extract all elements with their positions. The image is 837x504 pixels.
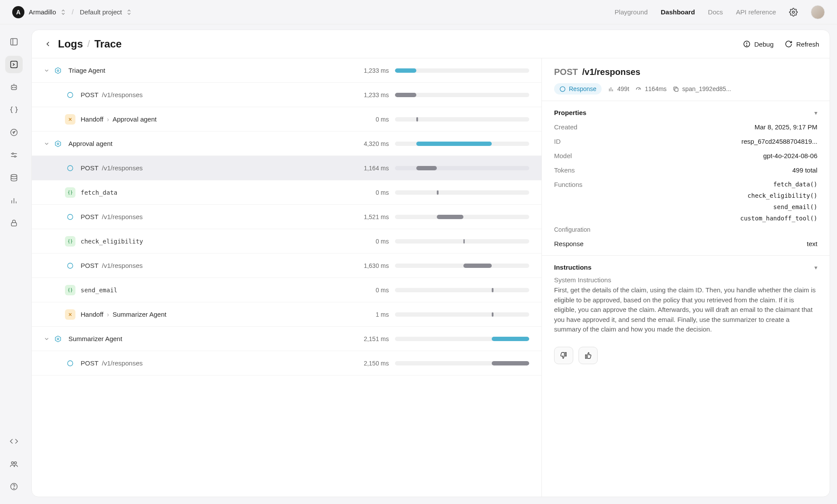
span-row[interactable]: POST/v1/responses1,233 ms bbox=[32, 83, 541, 107]
nav-api-reference[interactable]: API reference bbox=[736, 8, 776, 16]
timeline-bar bbox=[395, 117, 529, 122]
sidebar-item-team[interactable] bbox=[5, 455, 23, 473]
project-name: Default project bbox=[80, 8, 122, 16]
sidebar-item-storage[interactable] bbox=[5, 169, 23, 186]
span-label: Approval agent bbox=[68, 140, 354, 147]
span-row[interactable]: Summarizer Agent2,151 ms bbox=[32, 327, 541, 351]
svg-point-31 bbox=[68, 166, 73, 171]
span-label: POST/v1/responses bbox=[81, 91, 354, 98]
svg-point-28 bbox=[68, 92, 73, 98]
svg-point-6 bbox=[13, 87, 14, 88]
back-button[interactable] bbox=[42, 38, 54, 50]
sidebar-item-panel[interactable] bbox=[5, 33, 23, 51]
agent-icon bbox=[53, 334, 63, 344]
sidebar-item-usage[interactable] bbox=[5, 192, 23, 209]
timeline-bar bbox=[395, 337, 529, 341]
span-label: check_eligibility bbox=[81, 238, 354, 245]
span-row[interactable]: Approval agent4,320 ms bbox=[32, 132, 541, 156]
topbar: A Armadillo / Default project Playground… bbox=[0, 0, 837, 24]
svg-line-41 bbox=[639, 88, 640, 90]
org-switcher[interactable]: A Armadillo bbox=[12, 6, 66, 18]
span-duration: 2,151 ms bbox=[354, 335, 389, 342]
sidebar-item-tune[interactable] bbox=[5, 146, 23, 164]
response-chip[interactable]: Response bbox=[554, 83, 602, 95]
timeline-bar bbox=[395, 312, 529, 317]
svg-point-13 bbox=[14, 156, 16, 157]
span-label: Triage Agent bbox=[68, 67, 354, 74]
breadcrumb-logs[interactable]: Logs bbox=[58, 38, 83, 50]
span-label: POST/v1/responses bbox=[81, 213, 354, 220]
post-icon bbox=[65, 260, 75, 271]
span-id-chip[interactable]: span_1992ed85... bbox=[673, 85, 731, 92]
span-row[interactable]: POST/v1/responses1,164 ms bbox=[32, 156, 541, 180]
svg-marker-29 bbox=[55, 141, 61, 147]
sidebar-item-json[interactable] bbox=[5, 101, 23, 118]
thumbs-down-button[interactable] bbox=[554, 347, 573, 364]
sidebar-item-code[interactable] bbox=[5, 433, 23, 450]
chevron-down-icon: ▾ bbox=[814, 264, 817, 271]
span-row[interactable]: fetch_data0 ms bbox=[32, 180, 541, 205]
post-icon bbox=[65, 358, 75, 369]
sidebar-item-security[interactable] bbox=[5, 214, 23, 232]
span-row[interactable]: check_eligibility0 ms bbox=[32, 229, 541, 254]
nav-docs[interactable]: Docs bbox=[708, 8, 723, 16]
nav-playground[interactable]: Playground bbox=[615, 8, 648, 16]
select-icon bbox=[126, 9, 132, 16]
properties-title: Properties bbox=[554, 109, 586, 116]
breadcrumb-separator: / bbox=[87, 38, 90, 50]
function-item: custom_handoff_tool() bbox=[740, 215, 817, 222]
span-row[interactable]: POST/v1/responses2,150 ms bbox=[32, 351, 541, 375]
fn-icon bbox=[65, 236, 75, 247]
thumbs-up-button[interactable] bbox=[578, 347, 598, 364]
span-duration: 4,320 ms bbox=[354, 140, 389, 147]
span-label: send_email bbox=[81, 287, 354, 294]
properties-section-toggle[interactable]: Properties ▾ bbox=[554, 109, 817, 116]
span-row[interactable]: Triage Agent1,233 ms bbox=[32, 58, 541, 83]
functions-list: fetch_data()check_eligibility()send_emai… bbox=[740, 181, 817, 222]
handoff-icon bbox=[65, 114, 75, 125]
svg-point-0 bbox=[793, 11, 795, 13]
span-duration: 2,150 ms bbox=[354, 360, 389, 367]
sidebar-item-explore[interactable] bbox=[5, 124, 23, 141]
settings-icon[interactable] bbox=[789, 8, 798, 17]
span-label: Handoff›Summarizer Agent bbox=[81, 311, 354, 318]
sidebar-item-assistants[interactable] bbox=[5, 78, 23, 96]
sidebar-item-traces[interactable] bbox=[5, 56, 23, 73]
org-name: Armadillo bbox=[29, 8, 56, 16]
project-switcher[interactable]: Default project bbox=[80, 8, 132, 16]
span-row[interactable]: send_email0 ms bbox=[32, 278, 541, 302]
chevron-down-icon[interactable] bbox=[41, 336, 53, 342]
handoff-icon bbox=[65, 309, 75, 320]
chevron-down-icon[interactable] bbox=[41, 68, 53, 74]
function-item: fetch_data() bbox=[773, 181, 817, 188]
timeline-bar bbox=[395, 239, 529, 244]
post-icon bbox=[65, 90, 75, 100]
breadcrumb-separator: / bbox=[72, 8, 74, 16]
nav-dashboard[interactable]: Dashboard bbox=[661, 8, 695, 16]
span-duration: 1,164 ms bbox=[354, 165, 389, 172]
timeline-bar bbox=[395, 215, 529, 219]
span-row[interactable]: Handoff›Approval agent0 ms bbox=[32, 107, 541, 132]
svg-point-30 bbox=[57, 143, 59, 145]
span-row[interactable]: Handoff›Summarizer Agent1 ms bbox=[32, 302, 541, 327]
refresh-label: Refresh bbox=[796, 41, 819, 48]
span-row[interactable]: POST/v1/responses1,630 ms bbox=[32, 254, 541, 278]
svg-point-12 bbox=[12, 153, 14, 154]
span-label: Summarizer Agent bbox=[68, 335, 354, 342]
sidebar bbox=[0, 24, 28, 504]
refresh-button[interactable]: Refresh bbox=[785, 40, 819, 48]
timeline-bar bbox=[395, 190, 529, 195]
svg-point-35 bbox=[57, 338, 59, 340]
sidebar-item-help[interactable] bbox=[5, 478, 23, 495]
span-duration: 0 ms bbox=[354, 287, 389, 294]
instructions-section-toggle[interactable]: Instructions ▾ bbox=[554, 264, 817, 271]
span-duration: 0 ms bbox=[354, 189, 389, 196]
function-item: check_eligibility() bbox=[748, 192, 817, 199]
user-avatar[interactable] bbox=[811, 5, 825, 19]
debug-button[interactable]: Debug bbox=[743, 40, 773, 48]
chevron-down-icon[interactable] bbox=[41, 141, 53, 147]
function-item: send_email() bbox=[773, 203, 817, 210]
span-label: POST/v1/responses bbox=[81, 164, 354, 172]
span-duration: 1,233 ms bbox=[354, 67, 389, 74]
span-row[interactable]: POST/v1/responses1,521 ms bbox=[32, 205, 541, 229]
